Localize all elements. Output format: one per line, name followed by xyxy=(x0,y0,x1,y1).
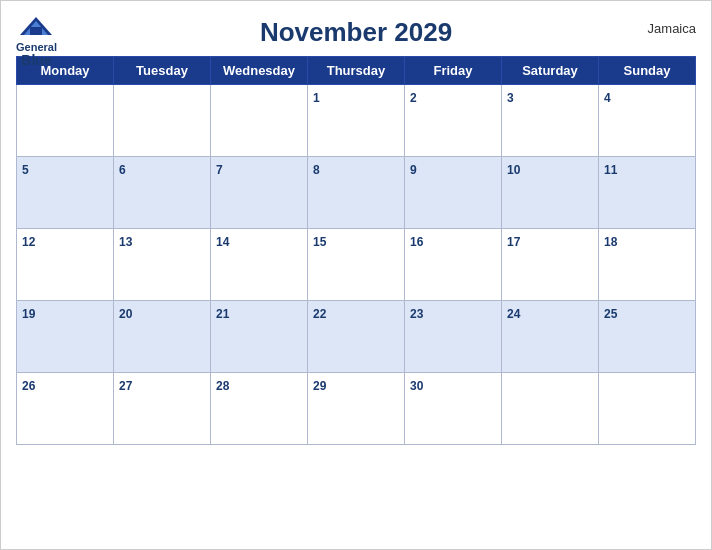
calendar-title: November 2029 xyxy=(260,17,452,48)
weekday-tuesday: Tuesday xyxy=(114,57,211,85)
calendar-day-cell: 20 xyxy=(114,301,211,373)
day-number: 28 xyxy=(216,379,229,393)
calendar-day-cell: 12 xyxy=(17,229,114,301)
calendar-day-cell: 29 xyxy=(308,373,405,445)
day-number: 16 xyxy=(410,235,423,249)
calendar-day-cell xyxy=(17,85,114,157)
day-number: 25 xyxy=(604,307,617,321)
calendar-header: General Blue November 2029 Jamaica xyxy=(16,11,696,52)
calendar-table: Monday Tuesday Wednesday Thursday Friday… xyxy=(16,56,696,445)
day-number: 26 xyxy=(22,379,35,393)
calendar-week-row: 12131415161718 xyxy=(17,229,696,301)
brand-logo: General Blue xyxy=(16,13,57,68)
svg-rect-3 xyxy=(30,27,42,35)
day-number: 15 xyxy=(313,235,326,249)
calendar-day-cell: 4 xyxy=(599,85,696,157)
calendar-day-cell: 3 xyxy=(502,85,599,157)
day-number: 5 xyxy=(22,163,29,177)
calendar-day-cell: 9 xyxy=(405,157,502,229)
day-number: 24 xyxy=(507,307,520,321)
calendar-day-cell: 24 xyxy=(502,301,599,373)
calendar-day-cell: 14 xyxy=(211,229,308,301)
calendar-day-cell: 26 xyxy=(17,373,114,445)
day-number: 3 xyxy=(507,91,514,105)
calendar-week-row: 2627282930 xyxy=(17,373,696,445)
weekday-friday: Friday xyxy=(405,57,502,85)
day-number: 9 xyxy=(410,163,417,177)
day-number: 1 xyxy=(313,91,320,105)
calendar-day-cell: 27 xyxy=(114,373,211,445)
weekday-header-row: Monday Tuesday Wednesday Thursday Friday… xyxy=(17,57,696,85)
day-number: 19 xyxy=(22,307,35,321)
calendar-week-row: 19202122232425 xyxy=(17,301,696,373)
calendar-day-cell: 2 xyxy=(405,85,502,157)
day-number: 10 xyxy=(507,163,520,177)
calendar-day-cell: 17 xyxy=(502,229,599,301)
calendar-day-cell: 21 xyxy=(211,301,308,373)
day-number: 2 xyxy=(410,91,417,105)
day-number: 17 xyxy=(507,235,520,249)
day-number: 21 xyxy=(216,307,229,321)
day-number: 23 xyxy=(410,307,423,321)
day-number: 14 xyxy=(216,235,229,249)
calendar-day-cell: 6 xyxy=(114,157,211,229)
calendar-day-cell: 28 xyxy=(211,373,308,445)
brand-blue-text: Blue xyxy=(21,53,51,68)
calendar-day-cell: 15 xyxy=(308,229,405,301)
weekday-wednesday: Wednesday xyxy=(211,57,308,85)
calendar-day-cell xyxy=(211,85,308,157)
calendar-day-cell: 13 xyxy=(114,229,211,301)
calendar-body: 1234567891011121314151617181920212223242… xyxy=(17,85,696,445)
calendar-day-cell: 19 xyxy=(17,301,114,373)
calendar-day-cell: 11 xyxy=(599,157,696,229)
calendar-day-cell: 10 xyxy=(502,157,599,229)
calendar-day-cell: 25 xyxy=(599,301,696,373)
day-number: 12 xyxy=(22,235,35,249)
calendar-day-cell xyxy=(599,373,696,445)
day-number: 8 xyxy=(313,163,320,177)
country-label: Jamaica xyxy=(648,21,696,36)
day-number: 6 xyxy=(119,163,126,177)
calendar-day-cell: 22 xyxy=(308,301,405,373)
day-number: 13 xyxy=(119,235,132,249)
day-number: 11 xyxy=(604,163,617,177)
calendar-container: General Blue November 2029 Jamaica Monda… xyxy=(0,0,712,550)
calendar-day-cell: 7 xyxy=(211,157,308,229)
day-number: 4 xyxy=(604,91,611,105)
calendar-day-cell: 1 xyxy=(308,85,405,157)
calendar-day-cell: 18 xyxy=(599,229,696,301)
calendar-day-cell: 16 xyxy=(405,229,502,301)
calendar-day-cell: 30 xyxy=(405,373,502,445)
day-number: 7 xyxy=(216,163,223,177)
day-number: 27 xyxy=(119,379,132,393)
weekday-sunday: Sunday xyxy=(599,57,696,85)
day-number: 18 xyxy=(604,235,617,249)
day-number: 20 xyxy=(119,307,132,321)
day-number: 29 xyxy=(313,379,326,393)
calendar-day-cell: 23 xyxy=(405,301,502,373)
calendar-day-cell: 5 xyxy=(17,157,114,229)
calendar-week-row: 567891011 xyxy=(17,157,696,229)
weekday-thursday: Thursday xyxy=(308,57,405,85)
weekday-saturday: Saturday xyxy=(502,57,599,85)
calendar-day-cell: 8 xyxy=(308,157,405,229)
day-number: 30 xyxy=(410,379,423,393)
day-number: 22 xyxy=(313,307,326,321)
calendar-day-cell xyxy=(114,85,211,157)
calendar-day-cell xyxy=(502,373,599,445)
calendar-week-row: 1234 xyxy=(17,85,696,157)
